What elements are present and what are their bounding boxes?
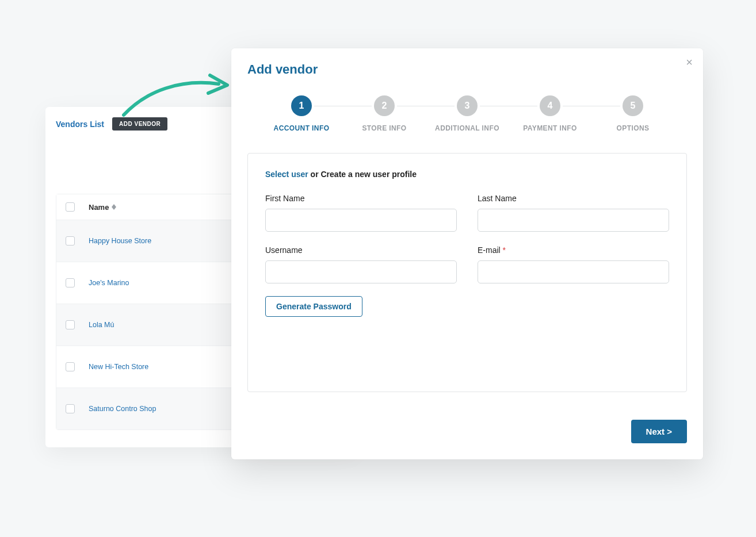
sort-icon [112,204,116,210]
step-connector [314,106,372,106]
step-number: 2 [374,95,395,116]
row-checkbox[interactable] [66,362,75,371]
step-payment-info[interactable]: 4 PAYMENT INFO [509,95,591,132]
modal-footer: Next > [247,420,687,443]
username-input[interactable] [265,260,457,283]
close-icon[interactable]: × [686,56,693,68]
add-vendor-button[interactable]: ADD VENDOR [112,117,167,131]
step-number: 4 [540,95,560,116]
last-name-label: Last Name [478,194,669,203]
account-info-form: Select user or Create a new user profile… [247,153,687,392]
step-label: STORE INFO [362,124,406,132]
select-user-link[interactable]: Select user [265,170,308,179]
step-store-info[interactable]: 2 STORE INFO [343,95,426,132]
name-header-label: Name [89,203,109,212]
email-input[interactable] [478,260,669,283]
step-number: 1 [291,95,312,116]
step-number: 3 [457,95,478,116]
row-checkbox[interactable] [66,320,75,329]
step-account-info[interactable]: 1 ACCOUNT INFO [260,95,343,132]
username-label: Username [265,246,457,255]
username-field-wrapper: Username [265,246,457,283]
step-number: 5 [623,95,643,116]
required-asterisk: * [503,246,506,255]
vendor-link[interactable]: Lola Mú [89,321,114,329]
add-vendor-modal: × Add vendor 1 ACCOUNT INFO 2 STORE INFO… [231,48,703,459]
form-grid: First Name Last Name Username E-mail * [265,194,669,283]
vendor-link[interactable]: Joe's Marino [89,279,129,287]
wizard-stepper: 1 ACCOUNT INFO 2 STORE INFO 3 ADDITIONAL… [260,95,674,132]
generate-password-button[interactable]: Generate Password [265,296,362,317]
first-name-field-wrapper: First Name [265,194,457,232]
email-field-wrapper: E-mail * [478,246,669,283]
step-label: ACCOUNT INFO [274,124,330,132]
vendor-link[interactable]: New Hi-Tech Store [89,363,148,371]
step-label: OPTIONS [617,124,650,132]
step-label: PAYMENT INFO [523,124,576,132]
step-additional-info[interactable]: 3 ADDITIONAL INFO [426,95,509,132]
step-options[interactable]: 5 OPTIONS [591,95,674,132]
step-connector [480,106,537,106]
row-checkbox[interactable] [66,404,75,413]
intro-rest-text: or Create a new user profile [308,170,417,179]
vendor-link[interactable]: Happy House Store [89,237,151,245]
last-name-field-wrapper: Last Name [478,194,669,232]
first-name-input[interactable] [265,209,457,232]
vendor-link[interactable]: Saturno Contro Shop [89,405,156,413]
select-all-checkbox[interactable] [66,202,75,212]
row-checkbox[interactable] [66,236,75,246]
modal-title: Add vendor [247,62,687,77]
name-column-header[interactable]: Name [89,203,116,212]
email-label-text: E-mail [478,246,503,255]
last-name-input[interactable] [478,209,669,232]
next-button[interactable]: Next > [631,420,687,443]
step-connector [563,106,620,106]
vendors-list-title: Vendors List [56,120,104,129]
form-intro: Select user or Create a new user profile [265,170,669,179]
step-label: ADDITIONAL INFO [435,124,499,132]
email-label: E-mail * [478,246,669,255]
row-checkbox[interactable] [66,278,75,287]
step-connector [397,106,455,106]
first-name-label: First Name [265,194,457,203]
